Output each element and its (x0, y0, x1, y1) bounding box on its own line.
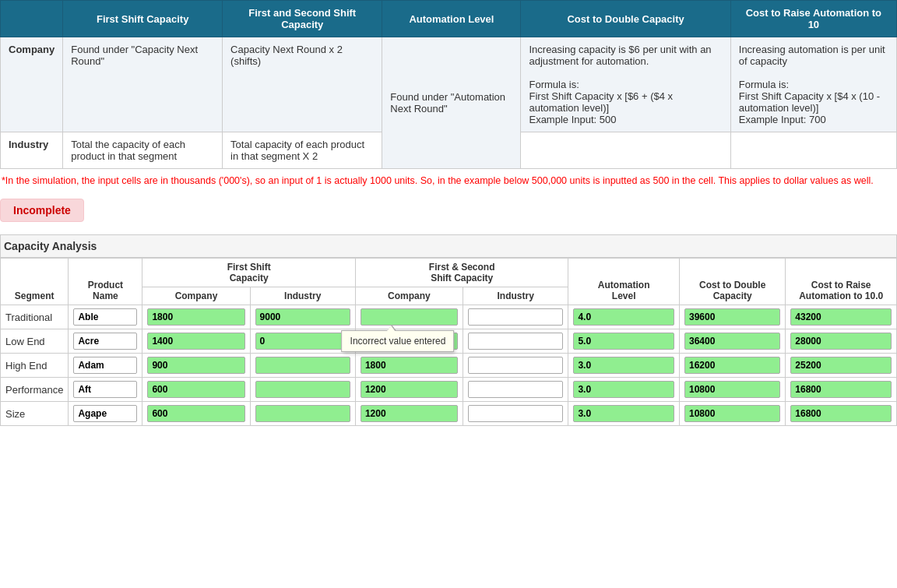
industry-first-shift: Total the capacity of each product in th… (63, 132, 223, 169)
cost-double-cell (679, 329, 785, 354)
cost-raise-cell (786, 305, 897, 329)
first-shift-industry-cell (250, 305, 355, 329)
tooltip-box: Incorrect value entered (342, 330, 455, 352)
first-second-industry-cell (463, 305, 568, 329)
header-empty (1, 1, 63, 37)
white-input[interactable] (468, 405, 563, 422)
green-input[interactable] (684, 405, 780, 422)
first-shift-company-cell (142, 354, 250, 378)
col-product-name: ProductName (69, 259, 142, 305)
green-input[interactable] (790, 405, 892, 422)
first-second-company-cell: Incorrect value entered (355, 305, 463, 329)
product-name-input[interactable] (73, 357, 137, 374)
product-name-input[interactable] (73, 308, 137, 326)
header-first-second-shift: First and Second Shift Capacity (223, 1, 382, 37)
green-input[interactable] (147, 405, 244, 422)
automation-level-info: Found under "Automation Next Round" (382, 37, 521, 169)
segment-cell: Size (1, 402, 69, 426)
header-cost-raise: Cost to Raise Automation to 10 (730, 1, 896, 37)
incomplete-badge[interactable]: Incomplete (0, 199, 84, 222)
col-segment: Segment (1, 259, 69, 305)
green-input[interactable] (361, 308, 458, 326)
green-input[interactable] (255, 308, 350, 326)
green-input[interactable] (790, 357, 892, 374)
col-cost-double: Cost to DoubleCapacity (679, 259, 785, 305)
cost-double-cell (679, 354, 785, 378)
first-second-company-cell (355, 378, 463, 402)
automation-level-cell (568, 305, 680, 329)
segment-cell: High End (1, 354, 69, 378)
col-first-shift-company: Company (142, 287, 250, 305)
first-shift-company-cell (142, 305, 250, 329)
cost-raise-cell (786, 378, 897, 402)
table-row: Size (1, 402, 897, 426)
green-input[interactable] (573, 357, 674, 374)
industry-cost-raise (730, 132, 896, 169)
first-second-industry-cell (463, 402, 568, 426)
green-input[interactable] (573, 405, 674, 422)
green-input[interactable] (147, 308, 244, 326)
product-name-input[interactable] (73, 405, 137, 422)
first-second-company-cell (355, 354, 463, 378)
row-company-label: Company (1, 37, 63, 132)
green-input[interactable] (255, 333, 350, 350)
capacity-section: Capacity Analysis Segment ProductName Fi… (0, 234, 897, 426)
green-input[interactable] (361, 357, 458, 374)
green-input[interactable] (573, 381, 674, 398)
col-automation: AutomationLevel (568, 259, 680, 305)
green-input[interactable] (790, 308, 892, 326)
company-first-shift: Found under "Capacity Next Round" (63, 37, 223, 132)
green-input[interactable] (790, 381, 892, 398)
table-row: Performance (1, 378, 897, 402)
green-input[interactable] (573, 308, 674, 326)
green-input[interactable] (790, 333, 892, 350)
first-shift-industry-cell (250, 378, 355, 402)
product-name-input[interactable] (73, 333, 137, 350)
first-shift-industry-cell (250, 402, 355, 426)
green-input[interactable] (573, 333, 674, 350)
green-input[interactable] (361, 381, 458, 398)
capacity-table: Segment ProductName First ShiftCapacity … (0, 258, 897, 426)
green-input[interactable] (361, 405, 458, 422)
green-input[interactable] (147, 333, 244, 350)
white-input[interactable] (468, 333, 563, 350)
product-name-cell (69, 305, 142, 329)
first-shift-company-cell (142, 402, 250, 426)
cap-header-top: Segment ProductName First ShiftCapacity … (1, 259, 897, 287)
product-name-input[interactable] (73, 381, 137, 398)
industry-first-second-shift: Total capacity of each product in that s… (223, 132, 382, 169)
company-first-second-shift: Capacity Next Round x 2 (shifts) (223, 37, 382, 132)
table-row: High End (1, 354, 897, 378)
green-input[interactable] (147, 381, 244, 398)
green-input[interactable] (684, 381, 780, 398)
segment-cell: Low End (1, 329, 69, 354)
product-name-cell (69, 378, 142, 402)
green-input[interactable] (255, 405, 350, 422)
row-industry-label: Industry (1, 132, 63, 169)
green-input[interactable] (684, 308, 780, 326)
capacity-title: Capacity Analysis (0, 234, 897, 258)
green-input[interactable] (684, 357, 780, 374)
green-input[interactable] (684, 333, 780, 350)
first-second-company-cell (355, 402, 463, 426)
col-first-shift-industry: Industry (250, 287, 355, 305)
cost-raise-cell (786, 402, 897, 426)
first-shift-industry-cell (250, 354, 355, 378)
header-automation: Automation Level (382, 1, 521, 37)
green-input[interactable] (255, 357, 350, 374)
first-shift-company-cell (142, 378, 250, 402)
white-input[interactable] (468, 357, 563, 374)
white-input[interactable] (468, 381, 563, 398)
cost-raise-cell (786, 354, 897, 378)
segment-cell: Traditional (1, 305, 69, 329)
green-input[interactable] (255, 381, 350, 398)
green-input[interactable] (147, 357, 244, 374)
col-first-shift: First ShiftCapacity (142, 259, 355, 287)
product-name-cell (69, 329, 142, 354)
table-row: Traditional Incorrect value entered (1, 305, 897, 329)
automation-level-cell (568, 402, 680, 426)
segment-cell: Performance (1, 378, 69, 402)
header-first-shift: First Shift Capacity (63, 1, 223, 37)
company-cost-raise: Increasing automation is per unit of cap… (730, 37, 896, 132)
white-input[interactable] (468, 308, 563, 326)
